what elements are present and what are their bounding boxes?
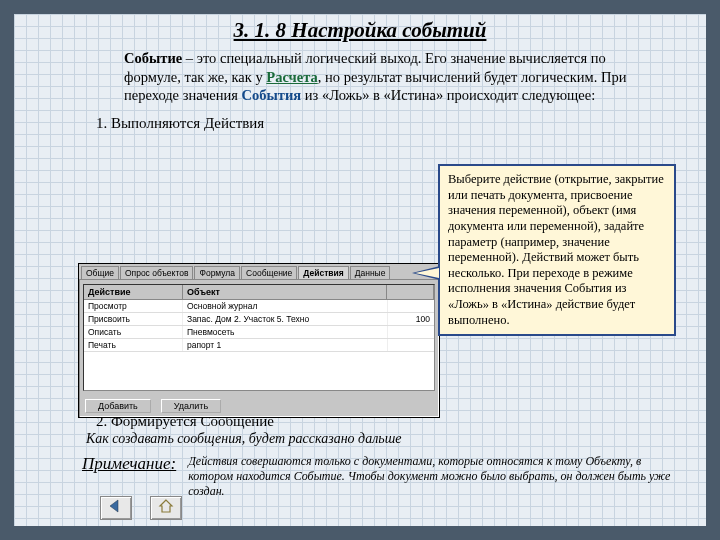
table-row[interactable]: Печать рапорт 1	[84, 339, 434, 352]
term-event: Событие	[124, 50, 182, 66]
table-row[interactable]: Присвоить Запас. Дом 2. Участок 5. Техно…	[84, 313, 434, 326]
tab-message[interactable]: Сообщение	[241, 266, 297, 279]
term-event-2: События	[242, 87, 302, 103]
grid-empty-area	[84, 352, 434, 390]
link-calc[interactable]: Расчета	[266, 69, 317, 85]
tab-general[interactable]: Общие	[81, 266, 119, 279]
tab-bar: Общие Опрос объектов Формула Сообщение Д…	[79, 264, 439, 280]
delete-button[interactable]: Удалить	[161, 399, 221, 413]
col-action[interactable]: Действие	[84, 285, 183, 299]
callout-box: Выберите действие (открытие, закрытие ил…	[438, 164, 676, 336]
col-object[interactable]: Объект	[183, 285, 387, 299]
step-2-note: Как создавать сообщения, будет рассказан…	[86, 431, 401, 447]
table-row[interactable]: Описать Пневмосеть	[84, 326, 434, 339]
col-param[interactable]	[387, 285, 434, 299]
nav-home-button[interactable]	[150, 496, 182, 520]
arrow-left-icon	[108, 499, 124, 517]
tab-formula[interactable]: Формула	[194, 266, 240, 279]
add-button[interactable]: Добавить	[85, 399, 151, 413]
tab-actions[interactable]: Действия	[298, 266, 348, 279]
nav-back-button[interactable]	[100, 496, 132, 520]
tab-data[interactable]: Данные	[350, 266, 391, 279]
section-title: 3. 1. 8 Настройка событий	[14, 18, 706, 43]
note-text: Действия совершаются только с документам…	[188, 454, 676, 499]
callout-arrow-icon	[412, 266, 440, 280]
svg-marker-1	[160, 500, 172, 512]
tab-poll[interactable]: Опрос объектов	[120, 266, 194, 279]
table-row[interactable]: Просмотр Основной журнал	[84, 300, 434, 313]
home-icon	[158, 499, 174, 517]
svg-marker-0	[110, 500, 118, 512]
actions-dialog: Общие Опрос объектов Формула Сообщение Д…	[78, 263, 440, 418]
step-1-label: 1. Выполняются Действия	[96, 115, 706, 132]
note-label: Примечание:	[82, 454, 176, 474]
actions-grid: Действие Объект Просмотр Основной журнал…	[83, 284, 435, 391]
intro-paragraph: Событие – это специальный логический вых…	[124, 49, 646, 105]
